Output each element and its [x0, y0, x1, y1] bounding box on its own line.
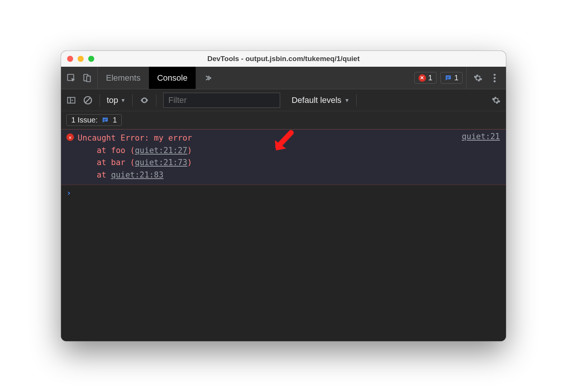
issue-chat-icon: [101, 116, 109, 124]
context-label: top: [107, 95, 118, 105]
svg-rect-4: [447, 78, 449, 78]
inspect-element-icon[interactable]: [66, 73, 76, 83]
tabbar-left-tools: [61, 67, 98, 89]
minimize-window-button[interactable]: [78, 56, 84, 62]
console-toolbar: top ▼ Default levels ▼: [61, 89, 506, 111]
error-message-row[interactable]: ✕ Uncaught Error: my error at foo (quiet…: [61, 129, 506, 185]
main-tabbar: Elements Console ✕ 1 1: [61, 67, 506, 89]
stack-line-3-prefix: at: [78, 170, 111, 179]
close-window-button[interactable]: [67, 56, 73, 62]
stack-line-2-prefix: at bar (: [78, 158, 135, 167]
settings-icon[interactable]: [474, 74, 483, 83]
error-count: 1: [428, 74, 432, 82]
issue-count-badge[interactable]: 1: [440, 72, 463, 84]
annotation-arrow-icon: [270, 130, 297, 156]
console-sidebar-toggle-icon[interactable]: [66, 95, 76, 105]
dropdown-icon: ▼: [121, 97, 126, 103]
svg-point-5: [493, 74, 495, 75]
maximize-window-button[interactable]: [88, 56, 94, 62]
issue-count: 1: [454, 74, 458, 82]
stack-line-1-suffix: ): [187, 146, 192, 155]
filter-input[interactable]: [163, 93, 280, 108]
svg-point-12: [144, 99, 145, 101]
stack-line-2-suffix: ): [187, 158, 192, 167]
stack-line-1-prefix: at foo (: [78, 146, 135, 155]
window-title: DevTools - output.jsbin.com/tukemeq/1/qu…: [207, 55, 360, 63]
devtools-window: DevTools - output.jsbin.com/tukemeq/1/qu…: [61, 51, 506, 341]
svg-rect-13: [104, 119, 107, 119]
tabbar-right-tools: [466, 67, 506, 89]
status-badges: ✕ 1 1: [414, 67, 466, 89]
titlebar: DevTools - output.jsbin.com/tukemeq/1/qu…: [61, 51, 506, 67]
issue-icon: [444, 74, 452, 82]
issues-count: 1: [113, 116, 117, 124]
issues-chip[interactable]: 1 Issue: 1: [66, 114, 122, 126]
log-levels-selector[interactable]: Default levels ▼: [291, 95, 349, 105]
svg-point-7: [493, 80, 495, 82]
issues-bar: 1 Issue: 1: [61, 111, 506, 129]
levels-label: Default levels: [291, 95, 341, 105]
svg-rect-2: [87, 76, 90, 81]
stack-link-2[interactable]: quiet:21:73: [135, 158, 187, 167]
tab-console[interactable]: Console: [149, 67, 196, 89]
source-link[interactable]: quiet:21: [462, 132, 500, 141]
svg-rect-8: [67, 97, 75, 103]
divider: [156, 94, 156, 106]
divider: [132, 94, 133, 106]
clear-console-icon[interactable]: [83, 95, 93, 105]
error-badge-icon: ✕: [66, 133, 74, 141]
context-selector[interactable]: top ▼: [107, 95, 126, 105]
svg-point-6: [493, 77, 495, 79]
dropdown-icon: ▼: [345, 97, 350, 103]
console-prompt[interactable]: ›: [61, 185, 506, 201]
error-icon: ✕: [418, 74, 426, 82]
live-expression-icon[interactable]: [139, 95, 149, 105]
console-output: ✕ Uncaught Error: my error at foo (quiet…: [61, 129, 506, 341]
window-controls: [67, 56, 94, 62]
error-text-block: Uncaught Error: my error at foo (quiet:2…: [78, 132, 192, 181]
svg-rect-3: [447, 77, 450, 77]
svg-rect-14: [104, 120, 106, 121]
device-toolbar-icon[interactable]: [82, 73, 92, 83]
kebab-menu-icon[interactable]: [490, 74, 499, 83]
divider: [100, 94, 100, 106]
console-settings-icon[interactable]: [492, 96, 501, 105]
error-count-badge[interactable]: ✕ 1: [414, 72, 437, 84]
error-message: Uncaught Error: my error: [78, 133, 192, 142]
more-tabs-icon[interactable]: [196, 67, 219, 89]
issues-label: 1 Issue:: [71, 116, 98, 124]
svg-line-11: [86, 98, 90, 103]
prompt-symbol: ›: [66, 188, 71, 198]
stack-link-3[interactable]: quiet:21:83: [111, 170, 164, 179]
stack-link-1[interactable]: quiet:21:27: [135, 146, 187, 155]
divider: [356, 94, 357, 106]
tab-elements[interactable]: Elements: [98, 67, 149, 89]
